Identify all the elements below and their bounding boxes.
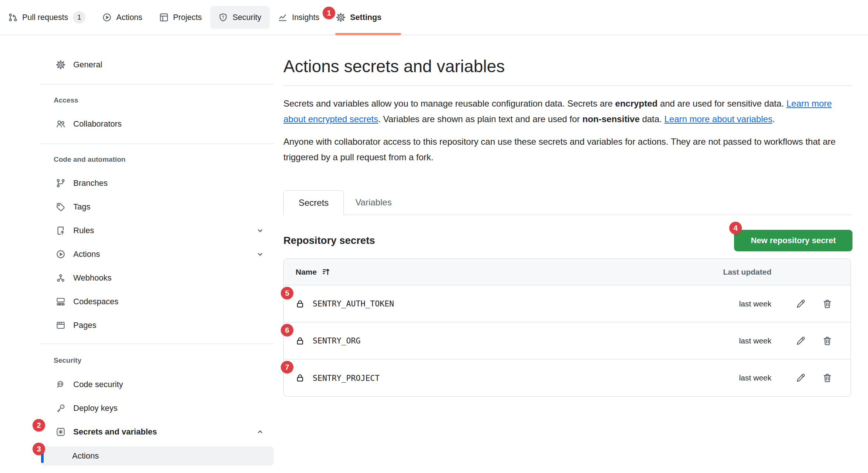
delete-trash-icon[interactable] xyxy=(822,373,832,383)
tab-pull-requests[interactable]: Pull requests 1 xyxy=(0,4,94,30)
tab-variables[interactable]: Variables xyxy=(344,190,403,215)
delete-trash-icon[interactable] xyxy=(822,299,832,309)
sidebar-item-webhooks[interactable]: Webhooks xyxy=(41,266,274,290)
intro-paragraph-2: Anyone with collaborator access to this … xyxy=(283,134,852,165)
gear-icon xyxy=(56,60,65,69)
sidebar-item-label: Branches xyxy=(73,178,108,188)
intro-text: . Variables are shown as plain text and … xyxy=(378,114,582,124)
settings-sidebar: General Access Collaborators Code and au… xyxy=(41,53,274,466)
annotation-badge-7: 7 xyxy=(281,361,293,373)
sidebar-item-label: Code security xyxy=(73,380,123,389)
lock-icon xyxy=(296,373,305,382)
tab-security[interactable]: Security xyxy=(210,6,270,29)
sidebar-item-rules[interactable]: Rules xyxy=(41,219,274,242)
intro-text: data. xyxy=(640,114,665,124)
key-icon xyxy=(56,404,65,413)
secret-row-sentry-org: 6 SENTRY_ORG last week xyxy=(284,322,851,359)
sidebar-item-deploy-keys[interactable]: Deploy keys xyxy=(41,396,274,420)
play-icon xyxy=(56,250,65,259)
sort-ascending-icon xyxy=(322,268,330,276)
sidebar-item-general[interactable]: General xyxy=(41,53,274,77)
new-repository-secret-wrap: 4 New repository secret xyxy=(734,230,852,251)
edit-pencil-icon[interactable] xyxy=(796,373,805,383)
codespaces-icon xyxy=(56,297,65,306)
sidebar-item-label: Tags xyxy=(73,202,90,212)
sidebar-section-access: Access xyxy=(41,91,274,109)
intro-text: Secrets and variables allow you to manag… xyxy=(283,98,615,108)
sidebar-subitem-actions[interactable]: 3 Actions xyxy=(41,446,274,466)
column-header-last-updated: Last updated xyxy=(723,268,851,276)
sidebar-item-secrets-and-variables[interactable]: 2 Secrets and variables xyxy=(41,420,274,444)
secret-row-sentry-project: 7 SENTRY_PROJECT last week xyxy=(284,359,851,396)
sidebar-item-label: Secrets and variables xyxy=(73,427,157,437)
sidebar-subitem-label: Actions xyxy=(72,451,99,461)
edit-pencil-icon[interactable] xyxy=(796,336,805,346)
sidebar-divider xyxy=(41,144,274,144)
link-variables[interactable]: Learn more about variables xyxy=(664,114,772,124)
sidebar-item-actions[interactable]: Actions xyxy=(41,242,274,266)
sidebar-item-label: Rules xyxy=(73,226,94,235)
browser-icon xyxy=(56,321,65,330)
sidebar-divider xyxy=(41,343,274,344)
title-divider xyxy=(283,85,852,86)
sidebar-item-label: Webhooks xyxy=(73,273,112,283)
annotation-badge-2: 2 xyxy=(33,419,45,432)
secret-last-updated: last week xyxy=(739,336,771,345)
chevron-up-icon xyxy=(256,428,264,436)
sidebar-divider xyxy=(41,84,274,84)
secret-name: SENTRY_AUTH_TOKEN xyxy=(313,299,394,308)
new-repository-secret-button[interactable]: New repository secret xyxy=(734,230,852,251)
lock-icon xyxy=(296,299,305,308)
intro-text: . xyxy=(773,114,775,124)
tab-secrets[interactable]: Secrets xyxy=(283,190,344,215)
intro-text: and are used for sensitive data. xyxy=(657,98,786,108)
secrets-variables-tabnav: Secrets Variables xyxy=(283,190,852,215)
annotation-badge-6: 6 xyxy=(281,324,293,336)
column-header-name[interactable]: Name xyxy=(284,268,330,276)
table-icon xyxy=(159,13,168,22)
tab-actions-label: Actions xyxy=(116,13,142,22)
repository-secrets-header-row: Repository secrets 4 New repository secr… xyxy=(283,230,852,251)
table-header: Name Last updated xyxy=(284,259,851,285)
sidebar-item-label: Collaborators xyxy=(73,119,122,129)
sidebar-item-collaborators[interactable]: Collaborators xyxy=(41,112,274,136)
tab-projects[interactable]: Projects xyxy=(151,4,211,30)
sidebar-item-pages[interactable]: Pages xyxy=(41,313,274,337)
tag-icon xyxy=(56,202,65,211)
git-branch-icon xyxy=(56,179,65,188)
shield-icon xyxy=(219,13,228,22)
sidebar-item-label: Pages xyxy=(73,321,96,330)
tab-pull-requests-label: Pull requests xyxy=(22,13,68,22)
repository-secrets-heading: Repository secrets xyxy=(283,235,375,246)
tab-security-label: Security xyxy=(232,13,261,22)
sidebar-item-code-security[interactable]: Code security xyxy=(41,373,274,396)
page-title: Actions secrets and variables xyxy=(283,56,852,76)
sidebar-item-codespaces[interactable]: Codespaces xyxy=(41,290,274,313)
intro-bold-non-sensitive: non-sensitive xyxy=(582,114,640,124)
sidebar-item-label: Actions xyxy=(73,249,100,259)
repository-secrets-table: Name Last updated 5 SENTRY_AUTH_TOKEN la… xyxy=(283,258,851,397)
sidebar-item-tags[interactable]: Tags xyxy=(41,195,274,219)
play-icon xyxy=(102,13,111,22)
sidebar-section-code-and-automation: Code and automation xyxy=(41,151,274,168)
codescan-icon xyxy=(56,380,65,389)
lock-icon xyxy=(296,336,305,345)
sidebar-item-label: General xyxy=(73,60,102,70)
chevron-down-icon xyxy=(256,227,264,235)
secret-name-cell: SENTRY_PROJECT xyxy=(296,373,380,383)
chevron-down-icon xyxy=(256,250,264,258)
repository-settings-page: Pull requests 1 Actions Projects Securit… xyxy=(0,0,868,473)
intro-paragraph-1: Secrets and variables allow you to manag… xyxy=(283,96,852,127)
tab-actions[interactable]: Actions xyxy=(94,4,151,30)
sidebar-item-label: Codespaces xyxy=(73,297,118,306)
sidebar-item-branches[interactable]: Branches xyxy=(41,171,274,195)
webhook-icon xyxy=(56,274,65,282)
git-pull-request-icon xyxy=(9,13,17,22)
secret-row-sentry-auth-token: 5 SENTRY_AUTH_TOKEN last week xyxy=(284,285,851,322)
main-content: Actions secrets and variables Secrets an… xyxy=(283,0,852,397)
edit-pencil-icon[interactable] xyxy=(796,299,805,309)
rules-icon xyxy=(56,226,65,235)
sidebar-item-label: Deploy keys xyxy=(73,403,118,413)
secret-name: SENTRY_PROJECT xyxy=(313,373,380,383)
delete-trash-icon[interactable] xyxy=(822,336,832,346)
